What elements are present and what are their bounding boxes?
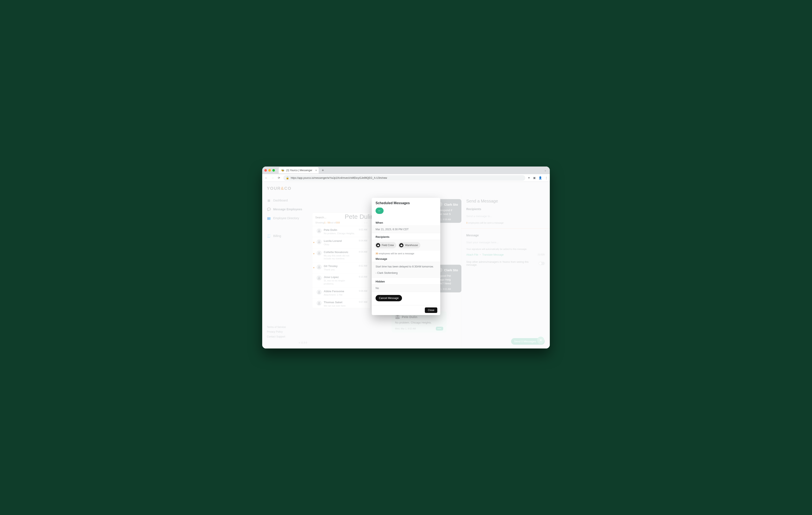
modal-message-signature: - Clark Stoltenberg <box>376 271 436 275</box>
panel-icon[interactable]: ▣ <box>533 176 535 180</box>
url-text: https://app.yourco.io/messenger/wYwJp1lX… <box>291 177 387 180</box>
window-zoom-icon[interactable] <box>272 169 275 171</box>
new-tab-button[interactable]: + <box>320 168 325 173</box>
cancel-message-button[interactable]: Cancel Message <box>376 295 402 301</box>
scheduled-messages-modal: Scheduled Messages ← When Mar 21, 2023, … <box>372 198 440 315</box>
tabstrip-menu-icon[interactable]: ⌄ <box>544 169 548 172</box>
chip-label: Warehouse <box>405 244 418 247</box>
tab-close-icon[interactable]: × <box>315 169 317 172</box>
browser-window: 🐝 (3) Yourco | Messenger × + ⌄ ← → ⟳ 🔒 h… <box>262 166 550 349</box>
nav-reload-icon[interactable]: ⟳ <box>277 176 281 180</box>
chip-label: Field Crew <box>382 244 394 247</box>
modal-message-text: Start time has been delayed to 8:30AM to… <box>376 265 436 269</box>
modal-back-button[interactable]: ← <box>376 208 384 214</box>
browser-tabstrip: 🐝 (3) Yourco | Messenger × + ⌄ <box>262 166 550 174</box>
browser-menu-icon[interactable]: ⋮ <box>545 176 548 180</box>
modal-message-body: Start time has been delayed to 8:30AM to… <box>372 262 440 278</box>
modal-recipients-rest: employees will be sent a message <box>378 252 414 255</box>
modal-recipients-count: 30 <box>376 252 378 255</box>
profile-icon[interactable]: 👤 <box>539 176 542 180</box>
browser-tab[interactable]: 🐝 (3) Yourco | Messenger × <box>279 167 319 173</box>
hidden-value: No <box>372 284 440 292</box>
modal-close-button[interactable]: Close <box>425 307 437 313</box>
tab-favicon: 🐝 <box>281 169 284 172</box>
lock-icon: 🔒 <box>286 177 289 180</box>
nav-forward-icon[interactable]: → <box>271 176 274 180</box>
browser-toolbar: ← → ⟳ 🔒 https://app.yourco.io/messenger/… <box>262 174 550 182</box>
extensions-icon[interactable]: ✦ <box>528 176 530 180</box>
modal-recipients-note: 30 employees will be sent a message <box>372 250 440 255</box>
arrow-left-icon: ← <box>378 209 381 213</box>
window-minimize-icon[interactable] <box>268 169 271 171</box>
modal-recipients-label: Recipients <box>372 233 440 240</box>
window-controls <box>264 169 275 171</box>
when-value: Mar 21, 2023, 6:30 PM CDT <box>372 225 440 233</box>
modal-title: Scheduled Messages <box>376 201 436 205</box>
window-close-icon[interactable] <box>264 169 267 171</box>
tab-title: (3) Yourco | Messenger <box>286 169 312 172</box>
recipient-chip[interactable]: Warehouse <box>398 242 420 248</box>
when-label: When <box>372 219 440 225</box>
modal-message-label: Message <box>372 255 440 262</box>
briefcase-icon <box>376 243 380 247</box>
recipient-chip[interactable]: Field Crew <box>375 242 396 248</box>
recipient-chips: Field CrewWarehouse <box>372 240 440 250</box>
address-bar[interactable]: 🔒 https://app.yourco.io/messenger/wYwJp1… <box>283 175 525 181</box>
briefcase-icon <box>399 243 403 247</box>
nav-back-icon[interactable]: ← <box>264 176 268 180</box>
hidden-label: Hidden <box>372 278 440 284</box>
